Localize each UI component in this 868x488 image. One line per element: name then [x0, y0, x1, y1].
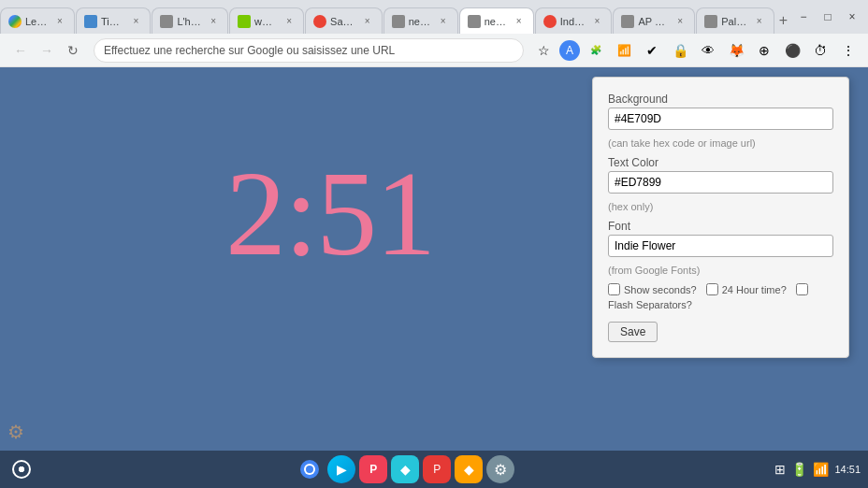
- tab-newtab1[interactable]: new tab ×: [383, 7, 458, 34]
- tab1-label: Les chro...: [25, 16, 50, 27]
- tab3-label: L'heure et n...: [177, 16, 203, 27]
- address-bar: ← → ↻ Effectuez une recherche sur Google…: [0, 34, 868, 67]
- taskbar: ▶ P ◆ P ◆ ⚙ ⊞ 🔋 📶: [0, 451, 868, 488]
- show-seconds-checkbox[interactable]: [608, 283, 620, 295]
- battery-icon[interactable]: 🔋: [791, 462, 807, 477]
- tab-lheure[interactable]: L'heure et n... ×: [152, 7, 228, 34]
- tab4-label: www.andro...: [254, 16, 279, 27]
- taskbar-right: ⊞ 🔋 📶 14:51: [774, 462, 861, 477]
- tab2-close[interactable]: ×: [129, 15, 142, 28]
- font-input[interactable]: [608, 235, 833, 257]
- network-icon[interactable]: ⊞: [774, 462, 786, 477]
- tab-android[interactable]: www.andro... ×: [229, 7, 304, 34]
- icon1[interactable]: 📶: [612, 38, 636, 63]
- tab4-close[interactable]: ×: [282, 15, 296, 28]
- app4-icon: ◆: [400, 462, 411, 477]
- tab6-label: new tab: [409, 16, 433, 27]
- maximize-button[interactable]: □: [816, 5, 840, 29]
- wifi-icon[interactable]: 📶: [813, 462, 829, 477]
- tab-ap-applic[interactable]: AP Les Applic... ×: [613, 7, 695, 34]
- taskbar-play[interactable]: ▶: [327, 455, 355, 483]
- svg-point-2: [306, 466, 313, 473]
- icon4[interactable]: 👁: [696, 38, 720, 63]
- taskbar-settings[interactable]: ⚙: [486, 455, 514, 483]
- text-color-row: Text Color: [608, 156, 833, 194]
- tab8-label: Indie Flower...: [560, 16, 587, 27]
- font-row: Font: [608, 220, 833, 257]
- tab2-label: Time Tab·C...: [101, 16, 125, 27]
- taskbar-pocket[interactable]: P: [359, 455, 387, 483]
- app6-icon: ◆: [464, 462, 474, 477]
- hour24-checkbox[interactable]: [706, 283, 718, 295]
- menu-button[interactable]: ⋮: [836, 38, 861, 63]
- tab9-close[interactable]: ×: [673, 15, 687, 28]
- font-label: Font: [608, 220, 833, 233]
- tab10-close[interactable]: ×: [753, 15, 766, 28]
- font-hint: (from Google Fonts): [608, 265, 833, 276]
- icon8[interactable]: ⏱: [808, 38, 832, 63]
- new-tab-button[interactable]: +: [775, 7, 791, 34]
- background-input[interactable]: [608, 108, 833, 130]
- save-button[interactable]: Save: [608, 322, 658, 342]
- forward-button[interactable]: →: [34, 37, 60, 64]
- icon2[interactable]: ✔: [640, 38, 664, 63]
- taskbar-chrome[interactable]: [296, 455, 324, 483]
- text-color-input[interactable]: [608, 171, 833, 194]
- taskbar-launcher[interactable]: [7, 455, 36, 483]
- show-seconds-label: Show seconds?: [624, 284, 697, 295]
- taskbar-app4[interactable]: ◆: [391, 455, 419, 483]
- browser-frame: Les chro... × Time Tab·C... × L'heure et…: [0, 0, 868, 488]
- icon6[interactable]: ⊕: [752, 38, 776, 63]
- tab-palette[interactable]: Palette Num... ×: [696, 7, 774, 34]
- taskbar-app6[interactable]: ◆: [455, 455, 483, 483]
- text-color-label: Text Color: [608, 156, 833, 169]
- background-row: Background: [608, 93, 833, 130]
- tab-les-chro[interactable]: Les chro... ×: [0, 7, 75, 34]
- gear-icon[interactable]: ⚙: [7, 421, 24, 443]
- tab8-close[interactable]: ×: [590, 15, 603, 28]
- hour24-label: 24 Hour time?: [722, 284, 787, 295]
- text-color-hint: (hex only): [608, 201, 833, 212]
- profile-icon[interactable]: A: [559, 40, 580, 61]
- tab6-favicon: [392, 15, 405, 28]
- play-icon: ▶: [337, 462, 347, 477]
- clock-display: 2:51: [225, 152, 434, 274]
- close-button[interactable]: ×: [840, 5, 864, 29]
- tab6-close[interactable]: ×: [437, 15, 450, 28]
- extensions-icon[interactable]: 🧩: [584, 38, 608, 63]
- tab7-favicon: [468, 15, 481, 28]
- taskbar-app5[interactable]: P: [423, 455, 451, 483]
- url-text: Effectuez une recherche sur Google ou sa…: [104, 44, 514, 57]
- tab10-label: Palette Num...: [721, 16, 748, 27]
- flash-separators-checkbox[interactable]: [796, 283, 808, 295]
- pocket-icon: P: [369, 463, 377, 476]
- tab9-label: AP Les Applic...: [638, 16, 670, 27]
- bookmark-icon[interactable]: ☆: [531, 38, 556, 63]
- tab8-favicon: [543, 15, 557, 28]
- app5-icon: P: [433, 463, 441, 476]
- checkboxes-row: Show seconds? 24 Hour time? Flash Separa…: [608, 283, 833, 310]
- tab-indie-flower[interactable]: Indie Flower... ×: [535, 7, 613, 34]
- minimize-button[interactable]: −: [791, 5, 816, 29]
- tab3-close[interactable]: ×: [207, 15, 220, 28]
- icon7[interactable]: ⚫: [780, 38, 804, 63]
- tab-sacramento[interactable]: Sacramento... ×: [305, 7, 383, 34]
- tab1-close[interactable]: ×: [53, 15, 66, 28]
- back-button[interactable]: ←: [7, 37, 34, 64]
- flash-separators-label: Flash Separators?: [608, 299, 692, 310]
- tab5-close[interactable]: ×: [361, 15, 374, 28]
- tab2-favicon: [84, 15, 97, 28]
- settings-icon: ⚙: [494, 461, 507, 479]
- icon5[interactable]: 🦊: [724, 38, 748, 63]
- tab-time-tab[interactable]: Time Tab·C... ×: [76, 7, 151, 34]
- icon3[interactable]: 🔒: [668, 38, 692, 63]
- launcher-icon: [12, 460, 31, 479]
- chrome-icon: [298, 458, 321, 481]
- reload-button[interactable]: ↻: [60, 37, 86, 64]
- tab-bar: Les chro... × Time Tab·C... × L'heure et…: [0, 0, 868, 34]
- tab-newtab2-active[interactable]: new tab ×: [459, 7, 534, 34]
- toolbar-icons: ☆ A 🧩 📶 ✔ 🔒 👁 🦊 ⊕ ⚫ ⏱ ⋮: [531, 38, 861, 63]
- tab7-close[interactable]: ×: [513, 15, 526, 28]
- url-bar[interactable]: Effectuez une recherche sur Google ou sa…: [94, 38, 524, 63]
- tab1-favicon: [8, 15, 22, 28]
